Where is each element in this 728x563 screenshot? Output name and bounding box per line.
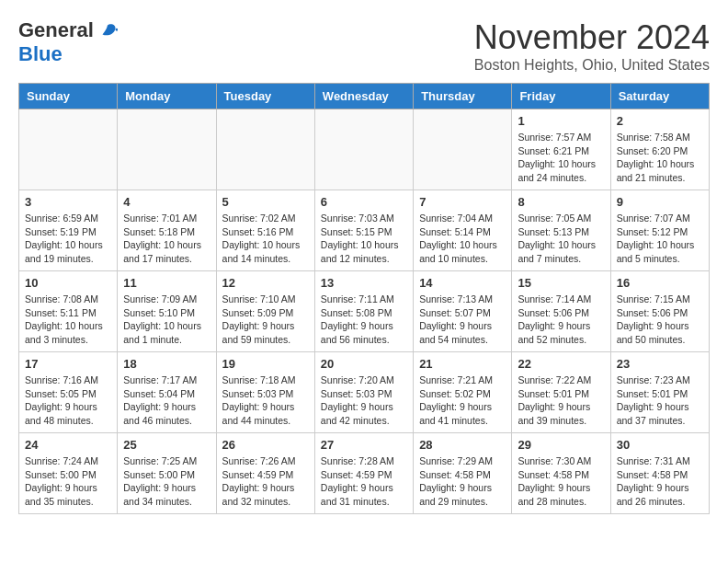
day-number: 9 <box>617 195 703 209</box>
day-number: 1 <box>518 114 604 128</box>
calendar-weekday-header: Sunday <box>19 84 118 109</box>
calendar-cell <box>216 109 314 190</box>
calendar-week-row: 3Sunrise: 6:59 AM Sunset: 5:19 PM Daylig… <box>19 190 710 271</box>
day-info: Sunrise: 7:14 AM Sunset: 5:06 PM Dayligh… <box>518 293 604 347</box>
day-number: 17 <box>25 357 111 371</box>
title-section: November 2024 Boston Heights, Ohio, Unit… <box>474 18 710 74</box>
day-number: 12 <box>222 276 309 290</box>
day-info: Sunrise: 7:16 AM Sunset: 5:05 PM Dayligh… <box>25 373 111 428</box>
calendar-week-row: 10Sunrise: 7:08 AM Sunset: 5:11 PM Dayli… <box>19 271 710 352</box>
calendar-cell: 30Sunrise: 7:31 AM Sunset: 4:58 PM Dayli… <box>610 433 709 514</box>
calendar-cell: 8Sunrise: 7:05 AM Sunset: 5:13 PM Daylig… <box>512 190 610 271</box>
day-info: Sunrise: 7:04 AM Sunset: 5:14 PM Dayligh… <box>419 212 506 266</box>
calendar-cell: 24Sunrise: 7:24 AM Sunset: 5:00 PM Dayli… <box>19 433 118 514</box>
calendar-cell: 28Sunrise: 7:29 AM Sunset: 4:58 PM Dayli… <box>414 433 512 514</box>
day-info: Sunrise: 7:58 AM Sunset: 6:20 PM Dayligh… <box>617 131 703 185</box>
day-number: 6 <box>321 195 407 209</box>
day-info: Sunrise: 7:25 AM Sunset: 5:00 PM Dayligh… <box>123 454 210 509</box>
day-number: 13 <box>321 276 407 290</box>
calendar-cell <box>118 109 216 190</box>
day-number: 16 <box>617 276 703 290</box>
day-info: Sunrise: 6:59 AM Sunset: 5:19 PM Dayligh… <box>25 212 111 266</box>
day-info: Sunrise: 7:17 AM Sunset: 5:04 PM Dayligh… <box>123 373 210 428</box>
day-info: Sunrise: 7:18 AM Sunset: 5:03 PM Dayligh… <box>222 373 309 428</box>
day-number: 27 <box>321 438 407 452</box>
day-number: 14 <box>419 276 506 290</box>
day-number: 22 <box>518 357 604 371</box>
calendar-weekday-header: Monday <box>118 84 216 109</box>
day-number: 3 <box>25 195 111 209</box>
day-info: Sunrise: 7:13 AM Sunset: 5:07 PM Dayligh… <box>419 293 506 347</box>
page-header: General Blue November 2024 Boston Height… <box>18 18 710 74</box>
calendar-week-row: 1Sunrise: 7:57 AM Sunset: 6:21 PM Daylig… <box>19 109 710 190</box>
day-info: Sunrise: 7:29 AM Sunset: 4:58 PM Dayligh… <box>419 454 506 509</box>
logo-general-text: General <box>18 18 94 42</box>
day-number: 19 <box>222 357 309 371</box>
calendar-weekday-header: Thursday <box>414 84 512 109</box>
day-number: 24 <box>25 438 111 452</box>
day-info: Sunrise: 7:03 AM Sunset: 5:15 PM Dayligh… <box>321 212 407 266</box>
day-info: Sunrise: 7:11 AM Sunset: 5:08 PM Dayligh… <box>321 293 407 347</box>
calendar-header-row: SundayMondayTuesdayWednesdayThursdayFrid… <box>19 84 710 109</box>
calendar-cell: 20Sunrise: 7:20 AM Sunset: 5:03 PM Dayli… <box>314 352 413 433</box>
calendar-cell: 14Sunrise: 7:13 AM Sunset: 5:07 PM Dayli… <box>414 271 512 352</box>
day-number: 25 <box>123 438 210 452</box>
day-info: Sunrise: 7:57 AM Sunset: 6:21 PM Dayligh… <box>518 131 604 185</box>
day-number: 10 <box>25 276 111 290</box>
calendar-week-row: 17Sunrise: 7:16 AM Sunset: 5:05 PM Dayli… <box>19 352 710 433</box>
logo: General Blue <box>18 18 118 66</box>
calendar-cell <box>314 109 413 190</box>
calendar-cell <box>19 109 118 190</box>
day-number: 28 <box>419 438 506 452</box>
day-number: 4 <box>123 195 210 209</box>
calendar-weekday-header: Friday <box>512 84 610 109</box>
logo-blue-text: Blue <box>18 42 63 66</box>
calendar-cell: 4Sunrise: 7:01 AM Sunset: 5:18 PM Daylig… <box>118 190 216 271</box>
calendar-cell: 5Sunrise: 7:02 AM Sunset: 5:16 PM Daylig… <box>216 190 314 271</box>
day-info: Sunrise: 7:05 AM Sunset: 5:13 PM Dayligh… <box>518 212 604 266</box>
day-info: Sunrise: 7:01 AM Sunset: 5:18 PM Dayligh… <box>123 212 210 266</box>
day-number: 26 <box>222 438 309 452</box>
calendar-cell: 9Sunrise: 7:07 AM Sunset: 5:12 PM Daylig… <box>610 190 709 271</box>
calendar-cell: 11Sunrise: 7:09 AM Sunset: 5:10 PM Dayli… <box>118 271 216 352</box>
calendar-cell: 25Sunrise: 7:25 AM Sunset: 5:00 PM Dayli… <box>118 433 216 514</box>
calendar-cell: 16Sunrise: 7:15 AM Sunset: 5:06 PM Dayli… <box>610 271 709 352</box>
calendar-cell: 23Sunrise: 7:23 AM Sunset: 5:01 PM Dayli… <box>610 352 709 433</box>
calendar-cell: 21Sunrise: 7:21 AM Sunset: 5:02 PM Dayli… <box>414 352 512 433</box>
logo-bird-icon <box>97 20 118 40</box>
day-info: Sunrise: 7:15 AM Sunset: 5:06 PM Dayligh… <box>617 293 703 347</box>
calendar-cell: 15Sunrise: 7:14 AM Sunset: 5:06 PM Dayli… <box>512 271 610 352</box>
day-info: Sunrise: 7:07 AM Sunset: 5:12 PM Dayligh… <box>617 212 703 266</box>
day-info: Sunrise: 7:10 AM Sunset: 5:09 PM Dayligh… <box>222 293 309 347</box>
day-info: Sunrise: 7:09 AM Sunset: 5:10 PM Dayligh… <box>123 293 210 347</box>
day-info: Sunrise: 7:21 AM Sunset: 5:02 PM Dayligh… <box>419 373 506 428</box>
day-number: 29 <box>518 438 604 452</box>
day-info: Sunrise: 7:28 AM Sunset: 4:59 PM Dayligh… <box>321 454 407 509</box>
day-number: 15 <box>518 276 604 290</box>
calendar-cell: 22Sunrise: 7:22 AM Sunset: 5:01 PM Dayli… <box>512 352 610 433</box>
day-info: Sunrise: 7:23 AM Sunset: 5:01 PM Dayligh… <box>617 373 703 428</box>
calendar-cell: 1Sunrise: 7:57 AM Sunset: 6:21 PM Daylig… <box>512 109 610 190</box>
day-number: 7 <box>419 195 506 209</box>
day-info: Sunrise: 7:30 AM Sunset: 4:58 PM Dayligh… <box>518 454 604 509</box>
calendar-cell: 10Sunrise: 7:08 AM Sunset: 5:11 PM Dayli… <box>19 271 118 352</box>
calendar-cell <box>414 109 512 190</box>
calendar-cell: 2Sunrise: 7:58 AM Sunset: 6:20 PM Daylig… <box>610 109 709 190</box>
calendar-weekday-header: Wednesday <box>314 84 413 109</box>
day-info: Sunrise: 7:02 AM Sunset: 5:16 PM Dayligh… <box>222 212 309 266</box>
day-number: 5 <box>222 195 309 209</box>
month-title: November 2024 <box>474 18 710 57</box>
calendar-cell: 17Sunrise: 7:16 AM Sunset: 5:05 PM Dayli… <box>19 352 118 433</box>
calendar-week-row: 24Sunrise: 7:24 AM Sunset: 5:00 PM Dayli… <box>19 433 710 514</box>
day-info: Sunrise: 7:24 AM Sunset: 5:00 PM Dayligh… <box>25 454 111 509</box>
day-number: 2 <box>617 114 703 128</box>
calendar-cell: 13Sunrise: 7:11 AM Sunset: 5:08 PM Dayli… <box>314 271 413 352</box>
calendar-table: SundayMondayTuesdayWednesdayThursdayFrid… <box>18 83 710 514</box>
day-number: 11 <box>123 276 210 290</box>
calendar-cell: 12Sunrise: 7:10 AM Sunset: 5:09 PM Dayli… <box>216 271 314 352</box>
calendar-weekday-header: Saturday <box>610 84 709 109</box>
calendar-cell: 29Sunrise: 7:30 AM Sunset: 4:58 PM Dayli… <box>512 433 610 514</box>
day-number: 18 <box>123 357 210 371</box>
day-info: Sunrise: 7:31 AM Sunset: 4:58 PM Dayligh… <box>617 454 703 509</box>
calendar-weekday-header: Tuesday <box>216 84 314 109</box>
